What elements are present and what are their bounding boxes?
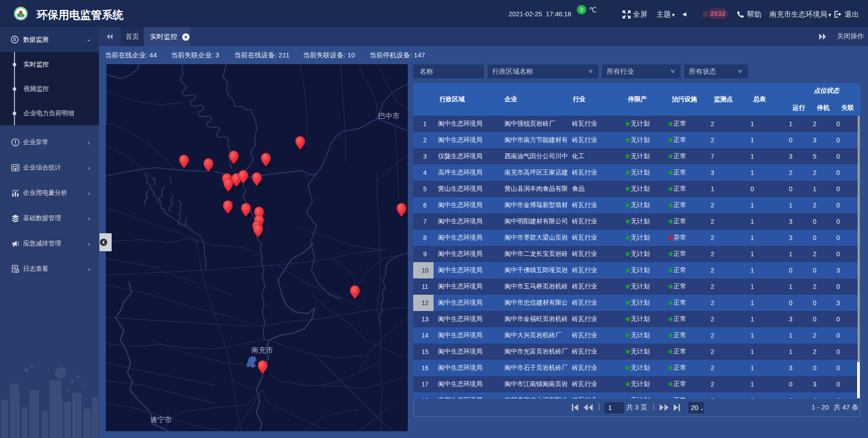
svg-text:遂宁市: 遂宁市	[150, 416, 172, 424]
svg-text:南充市: 南充市	[251, 346, 273, 354]
svg-text:巴中市: 巴中市	[378, 112, 400, 120]
